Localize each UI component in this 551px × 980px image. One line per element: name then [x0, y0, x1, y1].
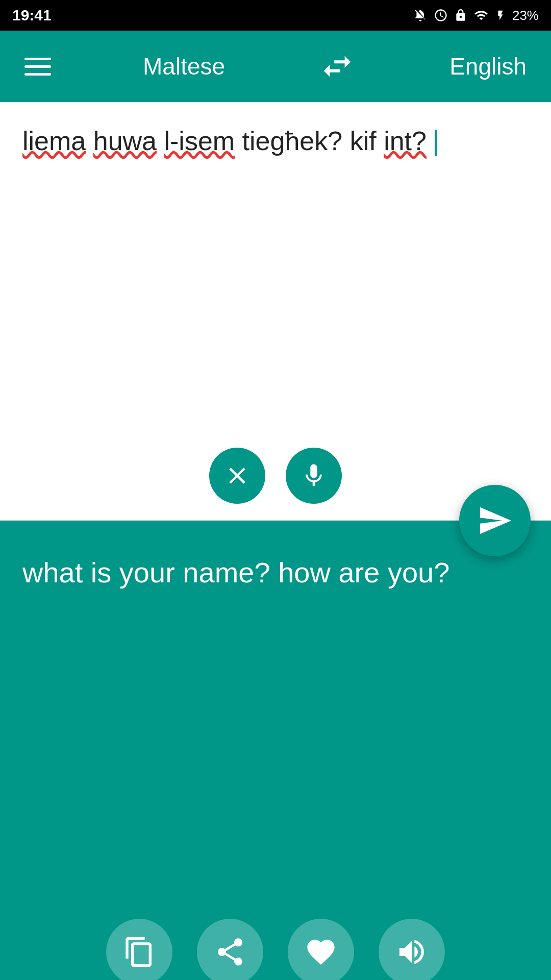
send-icon	[477, 503, 513, 538]
target-language[interactable]: English	[449, 53, 527, 80]
favorite-icon	[305, 936, 337, 968]
status-icons: 23%	[413, 8, 539, 23]
source-text: liema huwa l-isem tiegħek? kif int?	[22, 122, 529, 160]
share-icon	[214, 936, 246, 968]
word-lisem: l-isem	[164, 126, 235, 156]
microphone-button[interactable]	[286, 448, 342, 504]
swap-languages-button[interactable]	[317, 46, 358, 87]
word-huwa: huwa	[93, 126, 157, 156]
translated-text: what is your name? how are you?	[22, 551, 529, 594]
lock-icon	[454, 9, 467, 22]
word-tieghek: tiegħek?	[242, 126, 343, 156]
speak-icon	[395, 936, 428, 968]
text-cursor	[435, 130, 437, 156]
word-kif: kif	[350, 126, 377, 156]
clear-button[interactable]	[209, 448, 265, 504]
status-time: 19:41	[12, 7, 52, 24]
speak-button[interactable]	[379, 919, 445, 980]
word-int: int?	[384, 126, 427, 156]
signal-icon	[473, 8, 489, 22]
input-area[interactable]: liema huwa l-isem tiegħek? kif int?	[0, 102, 551, 521]
output-actions	[106, 919, 445, 980]
menu-button[interactable]	[24, 58, 51, 76]
copy-icon	[123, 936, 156, 968]
favorite-button[interactable]	[288, 919, 354, 980]
swap-icon	[319, 48, 355, 84]
share-button[interactable]	[197, 919, 263, 980]
input-wrapper: liema huwa l-isem tiegħek? kif int?	[0, 102, 551, 521]
clear-icon	[223, 462, 251, 489]
status-bar: 19:41 23%	[0, 0, 551, 31]
alarm-icon	[434, 8, 448, 22]
word-liema: liema	[22, 126, 86, 156]
source-language[interactable]: Maltese	[143, 53, 225, 80]
copy-button[interactable]	[106, 919, 172, 980]
output-area: what is your name? how are you?	[0, 521, 551, 980]
notification-muted-icon	[413, 8, 428, 22]
battery-percent: 23%	[512, 8, 539, 23]
input-actions	[209, 448, 342, 504]
send-button[interactable]	[459, 485, 531, 556]
microphone-icon	[300, 462, 328, 489]
navbar: Maltese English	[0, 31, 551, 102]
charging-icon	[495, 8, 506, 22]
